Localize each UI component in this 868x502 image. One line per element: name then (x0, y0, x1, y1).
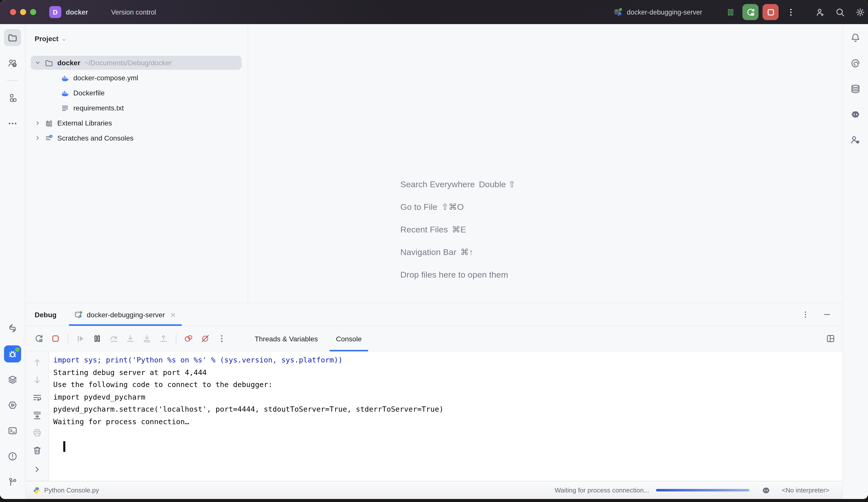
step-out-button[interactable] (156, 332, 170, 346)
gear-icon (855, 7, 865, 17)
terminal-tool-button[interactable] (4, 422, 21, 439)
soft-wrap-button[interactable] (31, 391, 44, 404)
next-occurrence-button[interactable] (31, 374, 44, 387)
version-control-tool-button[interactable] (4, 473, 21, 490)
close-icon[interactable] (170, 311, 176, 318)
chevron-right-icon[interactable] (34, 135, 41, 142)
tree-item-label: requirements.txt (73, 104, 124, 112)
view-breakpoints-button[interactable] (181, 332, 195, 346)
database-tool-button[interactable] (847, 80, 864, 97)
tab-console[interactable]: Console (330, 326, 369, 351)
status-bar: Python Console.py Waiting for process co… (25, 481, 843, 499)
pause-dark-icon (92, 334, 102, 343)
shortcut-label: Go to File (400, 202, 437, 212)
expand-toolbar-button[interactable] (31, 463, 44, 476)
trash-icon (32, 445, 42, 455)
scroll-to-end-button[interactable] (31, 409, 44, 422)
rail-divider (7, 80, 18, 81)
copilot-button[interactable] (847, 106, 864, 123)
more-tool-windows-button[interactable] (4, 115, 21, 132)
minimize-window-button[interactable] (20, 9, 26, 15)
main-area: ? Project docker~/Documents/Debug/docker… (0, 24, 868, 499)
project-tool-button[interactable] (4, 29, 21, 46)
search-everywhere-button[interactable] (832, 4, 848, 20)
printer-icon (32, 428, 42, 438)
tree-row-dockerfile[interactable]: Dockerfile (25, 85, 248, 101)
copilot-status-icon[interactable] (762, 486, 771, 495)
layout-settings-icon[interactable] (826, 334, 835, 343)
console-output[interactable]: import sys; print('Python %s on %s' % (s… (49, 352, 843, 481)
run-config-name: docker-debugging-server (627, 8, 702, 16)
copilot-chat-button[interactable] (847, 132, 864, 149)
project-panel-header[interactable]: Project (25, 31, 248, 46)
services-tool-button[interactable] (4, 371, 21, 388)
left-tool-rail: ? (0, 24, 25, 499)
resume-program-button[interactable] (73, 332, 87, 346)
pause-program-button[interactable] (722, 4, 738, 20)
learn-tool-button[interactable]: ? (4, 55, 21, 72)
zoom-window-button[interactable] (30, 9, 36, 15)
more-options-icon[interactable] (801, 310, 810, 319)
project-tree: docker~/Documents/Debug/dockerdocker-com… (25, 55, 248, 146)
force-step-into-button[interactable] (140, 332, 154, 346)
structure-tool-button[interactable] (4, 90, 21, 106)
tree-item-path: ~/Documents/Debug/docker (84, 59, 172, 67)
folder-icon (45, 59, 53, 67)
tree-row-requirements-txt[interactable]: requirements.txt (25, 101, 248, 115)
interpreter-selector[interactable]: <No interpreter> (782, 487, 829, 494)
more-debug-options-button[interactable] (215, 332, 229, 346)
tree-row-docker-compose-yml[interactable]: docker-compose.yml (25, 70, 248, 85)
layers-icon (8, 375, 18, 385)
mute-breakpoints-icon (200, 334, 210, 343)
shortcut-keys: Double ⇧ (479, 179, 516, 190)
debug-session-tab[interactable]: docker-debugging-server (69, 303, 182, 326)
stop-button[interactable] (763, 4, 778, 20)
step-into-button[interactable] (123, 332, 137, 346)
status-bar-file[interactable]: Python Console.py (25, 486, 99, 494)
pause-green-icon (726, 7, 735, 17)
notifications-button[interactable] (847, 29, 864, 46)
active-tab-underline (330, 349, 369, 352)
pause-program-button[interactable] (90, 332, 104, 346)
tree-row-scratches-and-consoles[interactable]: Scratches and Consoles (25, 130, 248, 146)
hide-panel-icon[interactable] (823, 310, 831, 319)
debug-panel-header: Debug docker-debugging-server (25, 303, 843, 326)
rerun-debugger-button[interactable] (32, 332, 46, 346)
kebab-icon (786, 7, 795, 17)
tab-threads-variables[interactable]: Threads & Variables (248, 326, 324, 351)
more-actions-button[interactable] (783, 4, 799, 20)
mute-breakpoints-button[interactable] (198, 332, 212, 346)
step-over-button[interactable] (106, 332, 121, 346)
tree-row-external-libraries[interactable]: External Libraries (25, 115, 248, 130)
version-control-menu[interactable]: Version control (111, 8, 164, 16)
scratch-icon (45, 134, 53, 142)
project-menu-label: docker (66, 8, 88, 16)
tree-item-label: docker (57, 59, 80, 67)
chevron-down-icon[interactable] (34, 59, 41, 66)
stop-process-button[interactable] (48, 332, 62, 346)
pycharm-window: D docker Version control docker-debuggin… (0, 0, 868, 499)
print-button[interactable] (31, 426, 44, 439)
run-tool-button[interactable] (4, 397, 21, 414)
prev-occurrence-button[interactable] (31, 356, 44, 369)
git-branch-icon (8, 477, 18, 487)
title-bar: D docker Version control docker-debuggin… (0, 0, 868, 24)
tab-label: Threads & Variables (255, 335, 318, 343)
debug-tool-button[interactable] (4, 345, 21, 363)
tree-row-docker[interactable]: docker~/Documents/Debug/docker (25, 55, 248, 70)
ai-assistant-button[interactable] (847, 55, 864, 72)
chevron-right-icon[interactable] (34, 119, 41, 126)
settings-button[interactable] (852, 4, 868, 20)
traffic-lights (10, 9, 36, 15)
debug-session-tab-label: docker-debugging-server (87, 311, 165, 318)
clear-console-button[interactable] (31, 444, 44, 457)
python-console-tool-button[interactable] (4, 320, 21, 337)
chevron-down-icon (158, 9, 164, 15)
code-with-me-button[interactable] (812, 4, 828, 20)
project-menu[interactable]: docker (66, 8, 96, 16)
rerun-debug-button[interactable] (742, 4, 758, 20)
run-configuration-selector[interactable]: docker-debugging-server (613, 7, 711, 17)
close-window-button[interactable] (10, 9, 16, 15)
problems-tool-button[interactable] (4, 448, 21, 465)
softwrap-icon (32, 393, 42, 402)
